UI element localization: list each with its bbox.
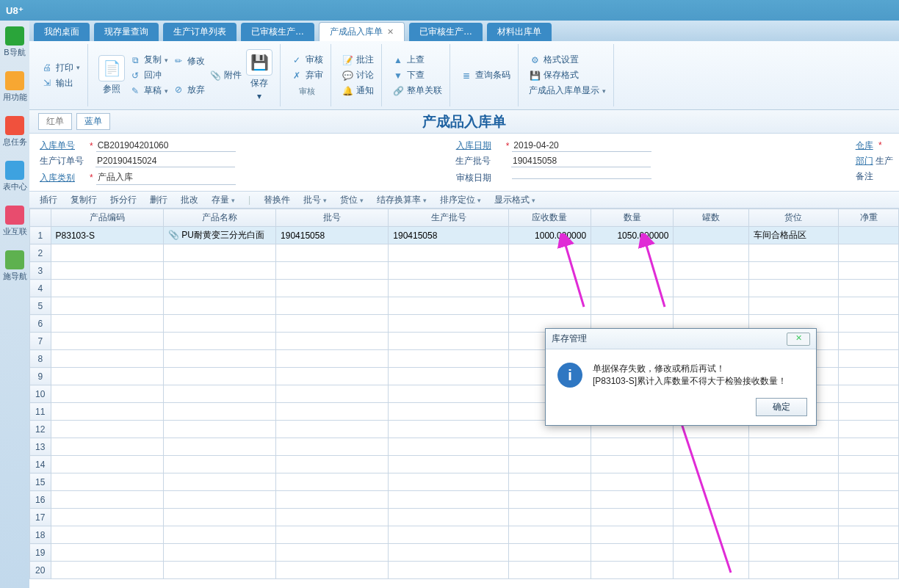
- type-label[interactable]: 入库类别: [40, 172, 87, 184]
- table-row[interactable]: 5: [30, 297, 899, 315]
- table-row[interactable]: 16: [30, 491, 899, 509]
- date-value[interactable]: 2019-04-20: [512, 139, 651, 152]
- export-icon: ⇲: [41, 77, 53, 89]
- tb-batch-edit[interactable]: 批改: [181, 194, 198, 206]
- dialog-close-button[interactable]: ✕: [787, 333, 810, 346]
- order-value[interactable]: P20190415024: [95, 155, 235, 167]
- tb-insert-row[interactable]: 插行: [40, 194, 57, 206]
- format-set-button[interactable]: ⚙格式设置: [529, 54, 606, 66]
- whole-button[interactable]: 🔗整单关联: [392, 84, 442, 97]
- col-recv-qty[interactable]: 应收数量: [508, 209, 591, 227]
- col-name[interactable]: 产品名称: [163, 209, 275, 227]
- dialog-title: 库存管理: [552, 333, 587, 345]
- tb-rate[interactable]: 结存换算率▾: [377, 194, 427, 206]
- tb-split-row[interactable]: 拆分行: [110, 194, 137, 206]
- leaf-icon: [5, 250, 24, 269]
- tab-stock-query[interactable]: 现存量查询: [94, 23, 159, 41]
- notify-button[interactable]: 🔔通知: [342, 84, 374, 97]
- table-row[interactable]: 20: [30, 562, 899, 579]
- draft-button[interactable]: ✎草稿▾: [129, 84, 168, 97]
- subtab-blue[interactable]: 蓝单: [76, 113, 110, 130]
- col-net[interactable]: 净重: [839, 209, 899, 227]
- batch-value[interactable]: 190415058: [511, 155, 651, 167]
- table-row[interactable]: 17: [30, 509, 899, 526]
- tab-audited-prod-1[interactable]: 已审核生产…: [241, 23, 314, 41]
- col-prod-lot[interactable]: 生产批号: [389, 209, 508, 227]
- in-no-value[interactable]: CB201904201060: [96, 139, 236, 152]
- discuss-button[interactable]: 💬讨论: [342, 69, 374, 81]
- col-loc[interactable]: 货位: [748, 209, 839, 227]
- col-cans[interactable]: 罐数: [674, 209, 748, 227]
- table-row[interactable]: 13: [30, 438, 899, 456]
- sidebar-report[interactable]: 表中心: [3, 161, 27, 192]
- home-icon: [5, 26, 24, 46]
- save-button[interactable]: 💾保存▾: [246, 49, 272, 101]
- col-code[interactable]: 产品编码: [51, 209, 163, 227]
- sidebar-biz[interactable]: 业互联: [3, 206, 27, 237]
- col-lot[interactable]: 批号: [276, 209, 389, 227]
- dept-label[interactable]: 部门: [856, 156, 873, 166]
- table-row[interactable]: 19: [30, 544, 899, 562]
- table-row[interactable]: 1P83103-S📎 PU耐黄变三分光白面1904150581904150581…: [30, 227, 899, 244]
- tb-replace[interactable]: 替换件: [264, 194, 290, 206]
- sidebar-impl[interactable]: 施导航: [3, 250, 27, 282]
- copy-button[interactable]: ⧉复制▾: [129, 54, 168, 66]
- modify-button[interactable]: ✏修改: [173, 55, 205, 68]
- tb-copy-row[interactable]: 复制行: [71, 194, 97, 206]
- prev-button[interactable]: ▲上查: [392, 54, 442, 66]
- table-row[interactable]: 4: [30, 280, 899, 297]
- tb-delete-row[interactable]: 删行: [150, 194, 167, 206]
- tb-sort[interactable]: 排序定位▾: [440, 194, 481, 206]
- close-icon[interactable]: ✕: [387, 27, 394, 37]
- error-dialog: 库存管理 ✕ i 单据保存失败，修改或稍后再试！ [P83103-S]累计入库数…: [545, 328, 817, 426]
- unaudit-button[interactable]: ✗弃审: [291, 69, 323, 81]
- dialog-ok-button[interactable]: 确定: [756, 398, 807, 416]
- tab-material-out[interactable]: 材料出库单: [487, 23, 552, 41]
- in-no-label[interactable]: 入库单号: [40, 139, 87, 152]
- query-barcode-button[interactable]: ≣查询条码: [461, 69, 510, 81]
- next-button[interactable]: ▼下查: [392, 69, 442, 81]
- table-row[interactable]: 3: [30, 262, 899, 280]
- col-qty[interactable]: 数量: [591, 209, 674, 227]
- date-label[interactable]: 入库日期: [456, 139, 503, 152]
- audit-date-value[interactable]: [512, 177, 651, 179]
- tb-stock[interactable]: 存量▾: [212, 194, 235, 206]
- abandon-button[interactable]: ⊘放弃: [173, 84, 205, 96]
- page-title: 产成品入库单: [422, 112, 506, 131]
- output-button[interactable]: ⇲输出: [41, 77, 80, 90]
- chart-icon: [5, 161, 24, 180]
- tab-finished-goods-in[interactable]: 产成品入库单✕: [319, 22, 405, 41]
- mail-icon: [5, 116, 24, 135]
- sidebar-nav[interactable]: B导航: [4, 26, 25, 58]
- reference-button[interactable]: 📄参照: [98, 55, 125, 95]
- memo-label: 备注: [856, 171, 873, 181]
- tab-audited-prod-2[interactable]: 已审核生产…: [409, 23, 483, 41]
- print-button[interactable]: 🖨打印▾: [41, 62, 80, 74]
- table-row[interactable]: 14: [30, 456, 899, 473]
- display-set-button[interactable]: 产成品入库单显示▾: [529, 84, 606, 97]
- batch-audit-button[interactable]: 📝批注: [342, 54, 374, 66]
- hedge-button[interactable]: ↺回冲: [129, 69, 168, 81]
- attach-button[interactable]: 📎附件: [209, 69, 242, 81]
- network-icon: [5, 206, 24, 225]
- warehouse-label[interactable]: 仓库: [856, 140, 873, 150]
- tb-display[interactable]: 显示格式▾: [494, 194, 535, 206]
- save-format-button[interactable]: 💾保存格式: [529, 69, 606, 81]
- audit-button[interactable]: ✓审核: [291, 54, 323, 66]
- table-row[interactable]: 15: [30, 473, 899, 491]
- table-row[interactable]: 2: [30, 244, 899, 262]
- gear-icon: ⚙: [529, 54, 541, 66]
- sidebar-fav[interactable]: 用功能: [3, 71, 27, 103]
- sidebar-tasks[interactable]: 息任务: [3, 116, 27, 148]
- subtab-red[interactable]: 红单: [38, 113, 72, 130]
- type-value[interactable]: 产品入库: [96, 170, 236, 185]
- bell-icon: 🔔: [342, 85, 353, 97]
- tb-lot[interactable]: 批号▾: [303, 194, 327, 206]
- hedge-icon: ↺: [129, 70, 141, 81]
- tab-prod-order-list[interactable]: 生产订单列表: [163, 23, 237, 41]
- tab-desktop[interactable]: 我的桌面: [34, 23, 90, 41]
- table-row[interactable]: 18: [30, 526, 899, 544]
- ribbon: 🖨打印▾ ⇲输出 📄参照 ⧉复制▾ ↺回冲 ✎草稿▾ ✏修改 ⊘放弃 📎附件: [29, 41, 899, 110]
- barcode-icon: ≣: [461, 70, 472, 81]
- tb-loc[interactable]: 货位▾: [340, 194, 364, 206]
